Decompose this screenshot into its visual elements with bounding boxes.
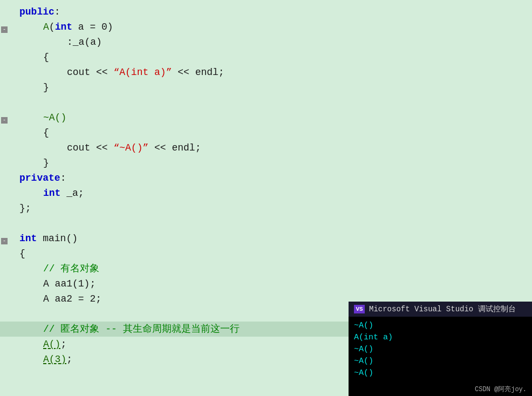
terminal-header: VS Microsoft Visual Studio 调试控制台 [349, 302, 532, 317]
code-line: public: [0, 4, 532, 19]
terminal-panel: VS Microsoft Visual Studio 调试控制台 ~A()A(i… [349, 302, 532, 396]
code-line: -A(int a = 0) [0, 19, 532, 35]
collapse-marker[interactable]: - [1, 26, 8, 33]
code-line: -~A() [0, 110, 532, 125]
code-text: { [15, 125, 49, 140]
code-text [15, 306, 25, 322]
terminal-title: Microsoft Visual Studio 调试控制台 [369, 304, 516, 314]
code-line: int _a; [0, 186, 532, 201]
code-line: cout << “A(int a)” << endl; [0, 65, 532, 80]
code-text: A(3); [15, 352, 72, 367]
code-text: { [15, 246, 25, 261]
code-line: { [0, 50, 532, 65]
code-editor: public:-A(int a = 0):_a(a){cout << “A(in… [0, 0, 532, 396]
code-text: } [15, 155, 49, 170]
code-text: // 匿名对象 -- 其生命周期就是当前这一行 [15, 322, 240, 337]
code-line: -int main() [0, 231, 532, 246]
code-text: A aa1(1); [15, 276, 96, 291]
code-line: { [0, 246, 532, 261]
code-line: :_a(a) [0, 35, 532, 50]
code-line: // 有名对象 [0, 261, 532, 276]
code-text [15, 95, 25, 110]
code-line [0, 216, 532, 231]
terminal-footer: CSDN @阿亮joy. [475, 385, 527, 394]
code-text: } [15, 80, 49, 95]
code-text: public: [15, 4, 60, 19]
code-text: A aa2 = 2; [15, 291, 101, 306]
code-line: cout << “~A()” << endl; [0, 140, 532, 155]
code-text: ~A() [15, 110, 66, 125]
code-text: int main() [15, 231, 78, 246]
terminal-body: ~A()A(int a)~A()~A()~A() [349, 317, 532, 383]
code-text: cout << “~A()” << endl; [15, 140, 201, 155]
code-text: private: [15, 170, 66, 186]
code-line: A aa1(1); [0, 276, 532, 291]
code-text: A(int a = 0) [15, 19, 113, 35]
code-text: int _a; [15, 186, 84, 201]
collapse-marker[interactable]: - [1, 238, 8, 244]
code-line [0, 95, 532, 110]
terminal-line: ~A() [354, 344, 527, 356]
code-text: // 有名对象 [15, 261, 99, 276]
terminal-line: ~A() [354, 367, 527, 379]
collapse-marker[interactable]: - [1, 117, 8, 124]
code-text: }; [15, 201, 31, 216]
code-line: private: [0, 170, 532, 186]
code-text: cout << “A(int a)” << endl; [15, 65, 224, 80]
terminal-line: ~A() [354, 320, 527, 332]
vs-icon: VS [354, 305, 365, 313]
code-text: :_a(a) [15, 35, 102, 50]
terminal-line: ~A() [354, 356, 527, 367]
code-line: }; [0, 201, 532, 216]
code-text [15, 216, 25, 231]
terminal-line: A(int a) [354, 332, 527, 344]
code-line: } [0, 80, 532, 95]
code-text: { [15, 50, 49, 65]
code-line: { [0, 125, 532, 140]
code-line: } [0, 155, 532, 170]
code-text: A(); [15, 337, 66, 352]
